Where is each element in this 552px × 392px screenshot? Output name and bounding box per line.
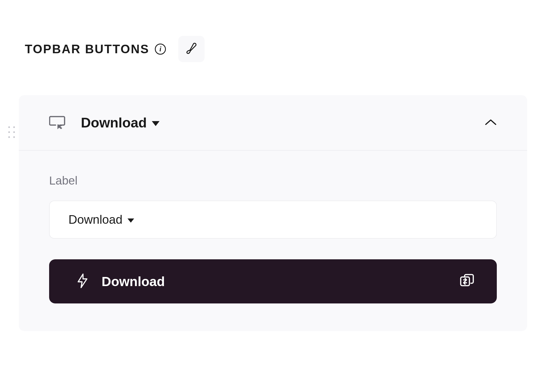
button-config-panel: Download Label Download [19, 95, 527, 331]
panel-header[interactable]: Download [19, 95, 527, 151]
lightning-icon [77, 273, 88, 290]
swap-icon[interactable] [459, 273, 475, 290]
svg-marker-0 [78, 274, 87, 288]
section-header: TOPBAR BUTTONS i [25, 36, 527, 62]
label-field-title: Label [49, 174, 497, 187]
brush-button[interactable] [178, 36, 205, 62]
panel-body: Label Download Download [19, 151, 527, 331]
panel-title-group: Download [81, 115, 471, 131]
action-button[interactable]: Download [49, 259, 497, 303]
screen-cursor-icon [49, 114, 67, 131]
brush-icon [185, 42, 198, 57]
label-input-value: Download [68, 213, 123, 226]
info-icon[interactable]: i [155, 44, 166, 55]
drag-handle[interactable] [8, 126, 17, 138]
caret-down-icon [152, 121, 160, 126]
label-input[interactable]: Download [49, 201, 497, 239]
panel-title: Download [81, 115, 147, 131]
chevron-up-icon [485, 118, 497, 127]
action-button-label: Download [102, 274, 165, 289]
caret-down-icon [128, 218, 134, 223]
section-title: TOPBAR BUTTONS [25, 42, 149, 56]
